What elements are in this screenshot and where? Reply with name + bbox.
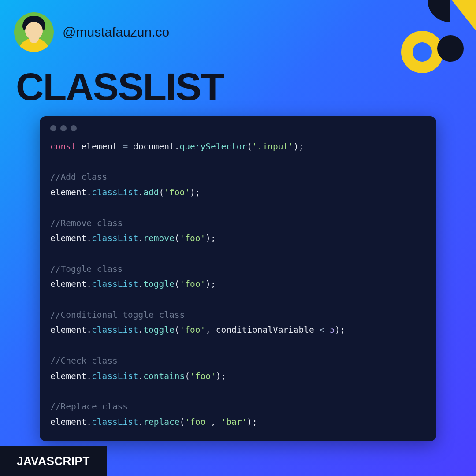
window-controls — [50, 125, 426, 131]
window-dot — [60, 125, 67, 131]
code-block: const element = document.querySelector('… — [50, 139, 426, 430]
code-window: const element = document.querySelector('… — [40, 116, 436, 441]
window-dot — [50, 125, 56, 131]
svg-point-2 — [437, 35, 464, 62]
window-dot — [71, 125, 77, 131]
avatar — [14, 12, 54, 52]
footer-tag: JAVASCRIPT — [0, 446, 107, 476]
svg-point-1 — [413, 42, 432, 62]
author-handle: @mustafauzun.co — [63, 25, 169, 40]
corner-decoration — [375, 0, 476, 88]
